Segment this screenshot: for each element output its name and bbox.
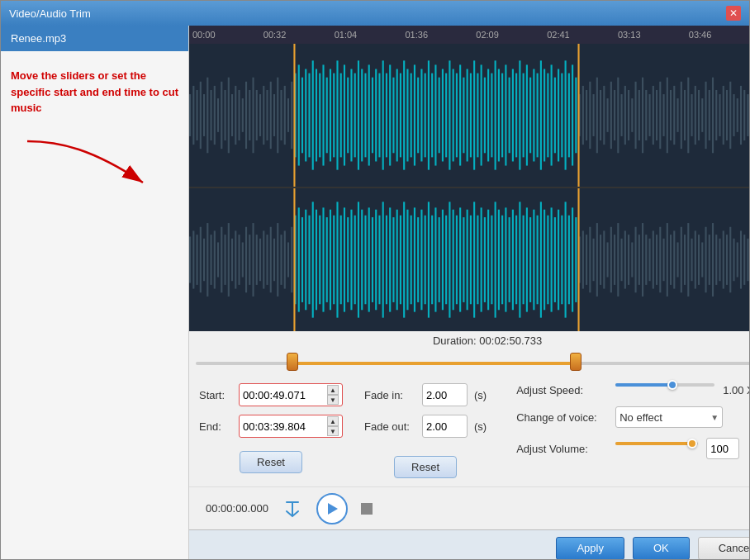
start-spinner-down[interactable]: ▼ [327,395,339,405]
svg-rect-273 [540,202,542,317]
svg-rect-134 [656,90,657,140]
svg-rect-66 [417,78,419,154]
svg-rect-75 [449,60,450,169]
cancel-button[interactable]: Cancel [698,537,749,560]
svg-rect-310 [670,235,672,285]
svg-rect-178 [206,223,208,297]
start-spinner-up[interactable]: ▲ [327,385,339,395]
svg-rect-274 [544,210,545,311]
apply-button[interactable]: Apply [556,537,624,560]
speed-slider[interactable] [615,383,714,396]
svg-rect-245 [442,210,444,311]
svg-rect-235 [406,210,408,311]
svg-rect-326 [726,235,728,285]
end-spinner-up[interactable]: ▲ [327,416,339,426]
svg-rect-95 [519,60,520,169]
svg-rect-281 [568,216,570,305]
svg-rect-45 [344,64,345,165]
speed-slider-fill [615,383,675,387]
volume-slider-thumb[interactable] [687,439,697,448]
volume-slider[interactable] [615,442,698,455]
svg-rect-311 [673,230,675,288]
play-button[interactable] [316,493,348,524]
svg-rect-47 [350,69,352,162]
trim-slider[interactable] [192,350,749,375]
export-button[interactable] [282,498,303,520]
svg-rect-7 [210,90,211,140]
svg-rect-269 [526,207,528,311]
svg-rect-41 [330,69,331,162]
instruction-text: Move the sliders or set the specific sta… [1,51,188,133]
ok-button[interactable]: OK [633,537,690,560]
stop-button[interactable] [361,503,373,515]
reset-fade-button[interactable]: Reset [394,456,457,478]
slider-handle-left[interactable] [287,353,298,371]
svg-rect-64 [411,74,412,158]
svg-rect-103 [547,74,548,158]
svg-rect-91 [505,64,506,165]
fade-out-unit: (s) [474,420,487,433]
fade-in-input[interactable] [426,389,459,401]
svg-rect-309 [667,223,668,297]
svg-rect-38 [319,74,320,158]
svg-rect-287 [589,227,591,292]
svg-rect-197 [273,239,275,281]
svg-rect-133 [653,86,654,145]
svg-rect-146 [698,90,700,140]
fade-in-input-wrap[interactable] [422,383,468,406]
end-row: End: ▲ ▼ [199,415,343,438]
svg-rect-206 [305,210,306,311]
svg-rect-139 [673,86,675,145]
volume-input-wrap[interactable] [706,438,739,459]
svg-rect-152 [719,94,720,136]
svg-rect-323 [715,235,717,285]
svg-rect-79 [463,78,464,154]
reset-trim-button[interactable]: Reset [240,451,302,473]
svg-rect-32 [298,64,300,165]
svg-rect-15 [238,90,240,140]
timeline-marks: 00:00 00:32 01:04 01:36 02:09 02:41 03:1… [192,30,749,40]
svg-rect-108 [565,60,567,169]
speed-slider-thumb[interactable] [667,380,677,390]
voice-label: Change of voice: [516,411,607,424]
close-button[interactable]: ✕ [726,6,741,21]
svg-rect-223 [364,216,366,305]
fade-in-row: Fade in: (s) [364,383,487,406]
end-time-input[interactable] [243,420,325,433]
start-input-wrap[interactable]: ▲ ▼ [239,383,343,406]
svg-rect-282 [572,207,573,311]
voice-select[interactable]: No effect ▼ [615,406,723,428]
svg-rect-123 [617,78,619,154]
svg-rect-25 [273,94,275,136]
svg-rect-67 [420,69,422,162]
start-spinner[interactable]: ▲ ▼ [327,385,339,405]
svg-rect-256 [481,207,482,311]
svg-rect-247 [449,202,450,317]
svg-rect-9 [217,98,219,132]
svg-rect-93 [512,69,514,162]
fade-out-input[interactable] [426,420,459,433]
start-time-input[interactable] [243,389,325,401]
fade-out-input-wrap[interactable] [422,415,468,438]
slider-handle-right[interactable] [570,353,581,371]
timeline-mark-3: 01:36 [405,30,428,40]
right-controls: Adjust Speed: 1.00 X [516,383,749,478]
svg-rect-37 [316,69,317,162]
svg-rect-236 [411,216,412,305]
svg-rect-257 [484,217,486,302]
svg-rect-74 [445,74,447,158]
svg-rect-155 [729,82,731,149]
window-title: Video/Audio Trim [9,7,91,20]
volume-input[interactable] [710,443,737,455]
end-spinner-down[interactable]: ▼ [327,426,339,436]
sidebar-file-item[interactable]: Renee.mp3 [1,26,188,51]
speed-value: 1.00 X [723,384,749,396]
svg-rect-194 [263,230,264,288]
svg-rect-320 [705,227,706,292]
svg-rect-241 [428,202,430,317]
end-input-wrap[interactable]: ▲ ▼ [239,415,343,438]
duration-label: Duration: [433,335,477,347]
end-spinner[interactable]: ▲ ▼ [327,416,339,436]
svg-rect-204 [298,207,300,311]
svg-rect-213 [330,210,331,311]
